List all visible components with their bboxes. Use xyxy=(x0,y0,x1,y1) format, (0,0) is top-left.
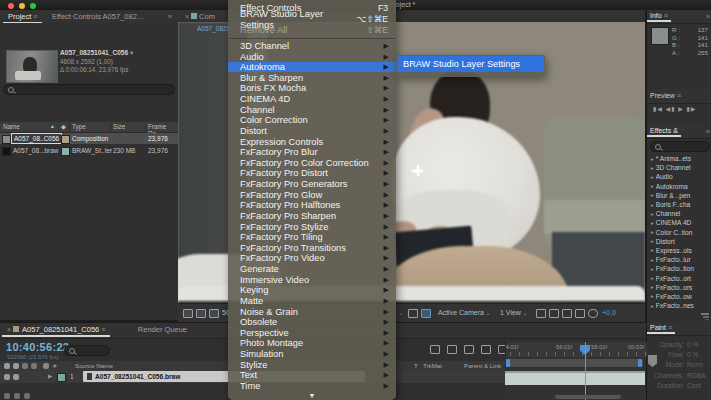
composition-mini-flowchart-icon[interactable] xyxy=(430,345,440,354)
hide-shy-layers-icon[interactable] xyxy=(464,345,474,354)
info-overflow-icon[interactable]: » xyxy=(706,13,710,20)
effects-category-audio[interactable]: ▸Audio xyxy=(647,172,711,181)
menu-scroll-down-icon[interactable]: ▼ xyxy=(228,392,396,399)
menu-item-text[interactable]: Text▶ xyxy=(228,370,396,381)
tab-composition[interactable]: ×Com xyxy=(180,10,220,22)
expand-chevron-icon[interactable]: ▸ xyxy=(651,275,654,281)
speaker-icon[interactable] xyxy=(13,374,19,380)
panel-menu-icon[interactable]: ≡ xyxy=(33,13,37,20)
menu-item-simulation[interactable]: Simulation▶ xyxy=(228,349,396,360)
expand-inout-icon[interactable] xyxy=(24,393,30,399)
expand-chevron-icon[interactable]: ▸ xyxy=(651,293,654,299)
menu-item-fxfactory-pro-color-correction[interactable]: FxFactory Pro Color Correction▶ xyxy=(228,157,396,168)
effects-category-3d-channel[interactable]: ▸3D Channel xyxy=(647,163,711,172)
menu-item-photo-montage[interactable]: Photo Montage▶ xyxy=(228,338,396,349)
frame-blending-icon[interactable] xyxy=(481,345,491,354)
menu-item-distort[interactable]: Distort▶ xyxy=(228,126,396,137)
menu-item-fxfactory-pro-video[interactable]: FxFactory Pro Video▶ xyxy=(228,253,396,264)
menu-item-cinema-4d[interactable]: CINEMA 4D▶ xyxy=(228,94,396,105)
tab-paint[interactable]: Paint≡ xyxy=(647,322,675,334)
work-area-start-handle[interactable] xyxy=(506,359,510,367)
project-search-input[interactable] xyxy=(3,84,175,95)
effects-category-fxfacto-ors[interactable]: ▸FxFacto..ors xyxy=(647,283,711,292)
effects-category-blur-pen[interactable]: ▸Blur & ..pen xyxy=(647,191,711,200)
expand-chevron-icon[interactable]: ▸ xyxy=(651,257,654,263)
menu-item-autokroma[interactable]: Autokroma▶ xyxy=(228,62,396,73)
layer-label-chip[interactable] xyxy=(57,373,66,382)
expand-chevron-icon[interactable]: ▸ xyxy=(651,211,654,217)
menu-item-fxfactory-pro-sharpen[interactable]: FxFactory Pro Sharpen▶ xyxy=(228,211,396,222)
menu-item-channel[interactable]: Channel▶ xyxy=(228,104,396,115)
project-item-name[interactable]: A057_08251041_C056 ▾ xyxy=(60,49,133,57)
effects-category-distort[interactable]: ▸Distort xyxy=(647,237,711,246)
exposure-value[interactable]: +0,0 xyxy=(602,309,616,316)
label-color-chip[interactable] xyxy=(61,147,70,156)
menu-item-fxfactory-pro-transitions[interactable]: FxFactory Pro Transitions▶ xyxy=(228,242,396,253)
effects-category-express-ols[interactable]: ▸Express..ols xyxy=(647,246,711,255)
tab-project[interactable]: Project≡ xyxy=(3,10,42,24)
close-tab-icon[interactable]: × xyxy=(185,13,189,20)
expand-chevron-icon[interactable]: ▸ xyxy=(651,284,654,290)
tab-effect-controls[interactable]: Effect Controls A057_08251041_ xyxy=(47,10,153,22)
expand-chevron-icon[interactable]: ▸ xyxy=(651,165,654,171)
menu-item-fxfactory-pro-blur[interactable]: FxFactory Pro Blur▶ xyxy=(228,147,396,158)
tab-render-queue[interactable]: Render Queue xyxy=(133,323,192,335)
layer-duration-bar[interactable] xyxy=(505,371,645,385)
menu-item-fxfactory-pro-glow[interactable]: FxFactory Pro Glow▶ xyxy=(228,189,396,200)
view-options-caret[interactable]: ⌄ xyxy=(398,309,403,316)
expand-chevron-icon[interactable]: ▸ xyxy=(651,156,654,162)
menu-item-audio[interactable]: Audio▶ xyxy=(228,51,396,62)
effects-category-fxfacto-ow[interactable]: ▸FxFacto..ow xyxy=(647,292,711,301)
menu-item-keying[interactable]: Keying▶ xyxy=(228,285,396,296)
menu-item-3d-channel[interactable]: 3D Channel▶ xyxy=(228,41,396,52)
expand-arrow-icon[interactable]: ▶ xyxy=(48,373,52,379)
effects-category-fxfacto-nes[interactable]: ▸FxFacto..nes xyxy=(647,301,711,310)
comp-name-breadcrumb[interactable]: A057_0825 xyxy=(197,25,230,32)
tab-effects-presets[interactable]: Effects & xyxy=(647,125,681,137)
preview-transport-controls[interactable]: ▮◀ ◀▮ ▶ ▮▶ xyxy=(653,105,696,112)
work-area-end-handle[interactable] xyxy=(638,359,642,367)
monitor-icon[interactable] xyxy=(196,309,206,318)
exposure-gear-icon[interactable] xyxy=(588,309,598,318)
close-window-button[interactable] xyxy=(8,3,14,9)
menu-item-generate[interactable]: Generate▶ xyxy=(228,264,396,275)
close-tab-icon[interactable]: × xyxy=(7,326,11,333)
tab-info[interactable]: Info≡ xyxy=(647,10,671,22)
menu-item-braw-studio-layer-settings[interactable]: BRAW Studio Layer Settings⌥⇧⌘E xyxy=(228,13,396,24)
expand-chevron-icon[interactable]: ▸ xyxy=(651,303,654,309)
effects-category-cinema-4d[interactable]: ▸CINEMA 4D xyxy=(647,218,711,227)
effects-overflow-icon[interactable]: » xyxy=(706,128,710,135)
project-table-header[interactable]: Name ▲ ◆ Type Size Frame Ra.. xyxy=(0,122,178,133)
ruler-grid-icon[interactable] xyxy=(536,309,546,318)
view-layout-select[interactable]: 1 View ⌄ xyxy=(500,309,527,316)
menu-item-stylize[interactable]: Stylize▶ xyxy=(228,359,396,370)
camera-select[interactable]: Active Camera ⌄ xyxy=(438,309,490,316)
tab-overflow-icon[interactable]: » xyxy=(168,13,172,20)
zoom-window-button[interactable] xyxy=(30,3,36,9)
menu-item-fxfactory-pro-generators[interactable]: FxFactory Pro Generators▶ xyxy=(228,179,396,190)
menu-item-immersive-video[interactable]: Immersive Video▶ xyxy=(228,274,396,285)
expand-layer-switches-icon[interactable] xyxy=(4,393,10,399)
expand-chevron-icon[interactable]: ▸ xyxy=(651,174,654,180)
item-name[interactable]: A057_08..C056 xyxy=(11,133,62,144)
snapshot-icon[interactable] xyxy=(562,309,572,318)
menu-item-time[interactable]: Time▶ xyxy=(228,381,396,392)
expand-chevron-icon[interactable]: ▸ xyxy=(651,220,654,226)
effects-category-channel[interactable]: ▸Channel xyxy=(647,209,711,218)
item-name[interactable]: A057_08...braw xyxy=(13,147,59,154)
minimize-window-button[interactable] xyxy=(19,3,25,9)
expand-chevron-icon[interactable]: ▸ xyxy=(651,202,654,208)
expand-chevron-icon[interactable]: ▸ xyxy=(651,192,654,198)
expand-chevron-icon[interactable]: ▸ xyxy=(651,247,654,253)
transparency-grid-icon[interactable] xyxy=(421,309,431,318)
panel-resize-grip[interactable] xyxy=(701,313,709,320)
goggles-icon[interactable] xyxy=(209,309,219,318)
expand-chevron-icon[interactable]: ▸ xyxy=(651,183,654,189)
menu-item-expression-controls[interactable]: Expression Controls▶ xyxy=(228,136,396,147)
submenu-item-braw-studio-layer-settings[interactable]: BRAW Studio Layer Settings xyxy=(397,56,544,72)
display-icon[interactable] xyxy=(183,309,193,318)
menu-item-obsolete[interactable]: Obsolete▶ xyxy=(228,317,396,328)
project-row[interactable]: A057_08...brawBRAW_St..ter230 MB23,976 xyxy=(0,145,178,156)
menu-item-blur-sharpen[interactable]: Blur & Sharpen▶ xyxy=(228,72,396,83)
source-name-column[interactable]: Source Name xyxy=(75,362,113,369)
